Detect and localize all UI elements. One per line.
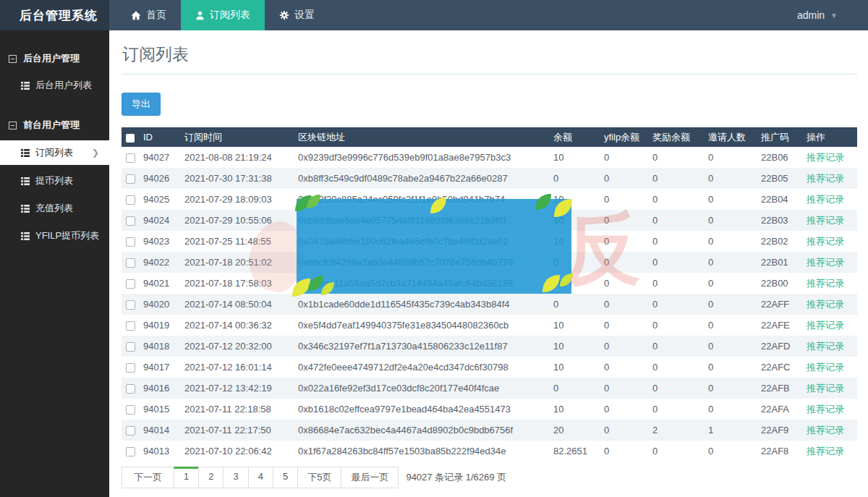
cell-invites: 0 xyxy=(707,315,760,336)
cell-reward: 0 xyxy=(651,399,707,420)
sidebar-group-label: 前台用户管理 xyxy=(23,119,80,132)
row-checkbox[interactable] xyxy=(126,426,135,436)
sidebar-item-backend-user-list[interactable]: 后台用户列表 xyxy=(0,74,109,97)
row-checkbox[interactable] xyxy=(126,258,135,268)
recommend-record-link[interactable]: 推荐记录 xyxy=(807,320,844,331)
nav-tab-label: 设置 xyxy=(294,9,315,22)
col-header-address: 区块链地址 xyxy=(297,127,552,147)
row-checkbox[interactable] xyxy=(126,174,135,184)
row-checkbox[interactable] xyxy=(126,405,135,415)
cell-balance: 10 xyxy=(552,357,603,378)
cell-id: 94013 xyxy=(142,441,183,462)
recommend-record-link[interactable]: 推荐记录 xyxy=(807,236,844,247)
cell-code: 22B02 xyxy=(760,231,805,252)
username: admin xyxy=(797,9,825,21)
page-button[interactable]: 5 xyxy=(273,467,298,488)
table-row: 940202021-07-14 08:50:040x1b1cade60dde1d… xyxy=(122,294,857,315)
row-checkbox[interactable] xyxy=(126,363,135,373)
cell-address: 0x1f67a284263bc84ff57e1503ba85b222f94ed3… xyxy=(297,441,552,462)
row-checkbox[interactable] xyxy=(126,216,135,226)
recommend-record-link[interactable]: 推荐记录 xyxy=(807,299,844,310)
recommend-record-link[interactable]: 推荐记录 xyxy=(807,383,844,394)
table-row: 940172021-07-12 16:01:140x472fe0eee47497… xyxy=(122,357,857,378)
user-icon xyxy=(195,11,205,20)
sidebar-item-subscription-list[interactable]: 订阅列表 ❯ xyxy=(0,140,109,165)
user-menu[interactable]: admin ▼ xyxy=(797,0,868,30)
cell-code: 22B01 xyxy=(760,252,805,273)
cell-yfilp: 0 xyxy=(603,147,651,168)
recommend-record-link[interactable]: 推荐记录 xyxy=(807,404,844,415)
cell-code: 22AF9 xyxy=(760,420,805,441)
recommend-record-link[interactable]: 推荐记录 xyxy=(807,425,844,436)
cell-reward: 0 xyxy=(651,294,707,315)
leaf-decoration xyxy=(428,194,450,216)
nav-tab-subscriptions[interactable]: 订阅列表 xyxy=(181,0,265,30)
cell-reward: 0 xyxy=(651,357,707,378)
cell-balance: 20 xyxy=(552,420,603,441)
row-checkbox[interactable] xyxy=(126,237,135,247)
row-checkbox[interactable] xyxy=(126,321,135,331)
page-button[interactable]: 1 xyxy=(174,467,199,488)
cell-reward: 0 xyxy=(651,378,707,399)
table-row: 940262021-07-30 17:31:380xb8ff3c549c9df0… xyxy=(122,168,857,189)
nav-tab-label: 订阅列表 xyxy=(210,9,250,22)
nav-tab-settings[interactable]: 设置 xyxy=(265,0,329,30)
recommend-record-link[interactable]: 推荐记录 xyxy=(807,362,844,373)
row-checkbox[interactable] xyxy=(126,342,135,352)
cell-reward: 0 xyxy=(651,315,707,336)
recommend-record-link[interactable]: 推荐记录 xyxy=(807,152,844,163)
leaf-decoration xyxy=(534,188,576,218)
sidebar-item-withdraw-list[interactable]: 提币列表 xyxy=(0,169,109,192)
cell-invites: 0 xyxy=(707,147,760,168)
cell-code: 22AFE xyxy=(760,315,805,336)
sidebar-item-yfilp-withdraw-list[interactable]: YFILP提币列表 xyxy=(0,224,109,247)
page-button[interactable]: 下一页 xyxy=(122,467,174,488)
recommend-record-link[interactable]: 推荐记录 xyxy=(807,278,844,289)
select-all-checkbox[interactable] xyxy=(126,134,135,143)
sidebar-item-label: 充值列表 xyxy=(35,202,73,215)
cell-invites: 0 xyxy=(707,210,760,231)
page-button[interactable]: 2 xyxy=(198,467,224,488)
app-brand: 后台管理系统 xyxy=(0,0,109,30)
cell-yfilp: 0 xyxy=(603,294,651,315)
row-checkbox[interactable] xyxy=(126,195,135,205)
recommend-record-link[interactable]: 推荐记录 xyxy=(807,194,844,205)
cell-code: 22B05 xyxy=(760,168,805,189)
cell-reward: 0 xyxy=(651,441,707,462)
sidebar-item-label: 后台用户列表 xyxy=(35,79,92,92)
sidebar-group-frontend-users[interactable]: 前台用户管理 xyxy=(0,114,109,136)
caret-down-icon: ▼ xyxy=(830,12,838,20)
page-button[interactable]: 4 xyxy=(248,467,273,488)
cell-time: 2021-07-11 22:17:50 xyxy=(183,420,297,441)
row-checkbox[interactable] xyxy=(126,384,135,394)
table-body: 940272021-08-08 21:19:240x9239df3e9996c7… xyxy=(122,147,857,462)
cell-yfilp: 0 xyxy=(603,378,651,399)
page-button[interactable]: 最后一页 xyxy=(341,467,399,488)
row-checkbox[interactable] xyxy=(126,279,135,289)
sidebar-group-backend-users[interactable]: 后台用户管理 xyxy=(0,48,109,69)
sidebar-item-recharge-list[interactable]: 充值列表 xyxy=(0,197,109,220)
row-checkbox[interactable] xyxy=(126,447,135,456)
cell-yfilp: 0 xyxy=(603,357,651,378)
recommend-record-link[interactable]: 推荐记录 xyxy=(807,173,844,184)
page-button[interactable]: 3 xyxy=(223,467,248,488)
cell-invites: 0 xyxy=(707,273,760,294)
nav-tab-home[interactable]: 首页 xyxy=(116,0,181,30)
cell-time: 2021-07-14 00:36:32 xyxy=(183,315,297,336)
cell-id: 94015 xyxy=(142,399,183,420)
col-header-balance: 余额 xyxy=(552,127,603,147)
recommend-record-link[interactable]: 推荐记录 xyxy=(807,215,844,226)
cell-code: 22AFC xyxy=(760,357,805,378)
recommend-record-link[interactable]: 推荐记录 xyxy=(807,341,844,352)
row-checkbox[interactable] xyxy=(126,300,135,310)
table-row: 940192021-07-14 00:36:320xe5f4dd7eaf1499… xyxy=(122,315,857,336)
row-checkbox[interactable] xyxy=(126,153,135,163)
export-button[interactable]: 导出 xyxy=(122,93,161,116)
cell-yfilp: 0 xyxy=(603,315,651,336)
cell-time: 2021-07-12 16:01:14 xyxy=(183,357,297,378)
recommend-record-link[interactable]: 推荐记录 xyxy=(807,446,844,456)
page-button[interactable]: 下5页 xyxy=(297,467,341,488)
col-header-code: 推广码 xyxy=(760,127,805,147)
cell-time: 2021-07-11 22:18:58 xyxy=(183,399,297,420)
recommend-record-link[interactable]: 推荐记录 xyxy=(807,257,844,268)
